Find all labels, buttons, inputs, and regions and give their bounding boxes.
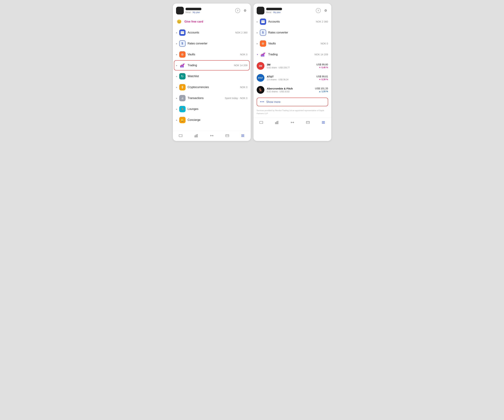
settings-icon[interactable]: ⚙ bbox=[323, 8, 328, 13]
stock-item-abercrombie[interactable]: 🦌 Abercrombie & Fitch 6,02 shares · US$ … bbox=[253, 84, 331, 96]
menu-item-give-free-card[interactable]: 😊 Give free card bbox=[173, 16, 251, 27]
att-icon: AT&T bbox=[257, 74, 264, 82]
concierge-label: Concierge bbox=[188, 118, 247, 122]
plan-info: Metal · My plan bbox=[186, 11, 234, 13]
nav-card[interactable] bbox=[300, 120, 316, 125]
svg-rect-16 bbox=[261, 21, 265, 22]
crypto-icon: ₿ bbox=[179, 84, 186, 90]
plan-info: Metal · My plan bbox=[266, 11, 314, 13]
card-icon bbox=[306, 120, 310, 125]
menu-item-trading[interactable]: ▶ Trading NOK 14 209 bbox=[173, 60, 251, 71]
svg-rect-7 bbox=[195, 136, 195, 137]
header-info: Metal · My plan bbox=[266, 8, 314, 13]
svg-rect-1 bbox=[181, 32, 184, 32]
chevron-icon: ▶ bbox=[176, 32, 178, 33]
chevron-icon: ▶ bbox=[176, 119, 178, 121]
header-info: Metal · My plan bbox=[186, 8, 234, 13]
trading-value: NOK 14 209 bbox=[234, 64, 247, 67]
trading-label: Trading bbox=[268, 53, 315, 56]
transactions-value: Spent today · NOK 0 bbox=[225, 97, 247, 100]
3m-values: US$ 99,60 ▼ 0,40 % bbox=[316, 63, 328, 69]
show-more-label: Show more bbox=[266, 100, 280, 103]
nav-transfer[interactable] bbox=[284, 120, 300, 125]
rates-label: Rates converter bbox=[268, 31, 328, 34]
my-plan-link[interactable]: My plan bbox=[273, 11, 281, 13]
3m-info: 3M 0,62 share · US$ 159,77 bbox=[267, 63, 317, 69]
menu-item-lounges[interactable]: ▶ 🪑 Lounges bbox=[173, 103, 251, 115]
menu-item-cryptocurrencies[interactable]: ▶ ₿ Cryptocurrencies NOK 0 bbox=[173, 82, 251, 93]
vaults-label: Vaults bbox=[268, 42, 321, 45]
show-more-button[interactable]: ••• Show more bbox=[257, 97, 328, 106]
right-bottom-nav bbox=[253, 118, 331, 128]
help-icon[interactable]: ? bbox=[316, 8, 321, 13]
accounts-label: Accounts bbox=[268, 20, 316, 23]
concierge-icon: 🔔 bbox=[179, 117, 186, 123]
chart-icon bbox=[194, 134, 198, 138]
right-menu-item-accounts[interactable]: ▶ Accounts NOK 2 360 bbox=[253, 16, 331, 27]
3m-icon: 3M bbox=[257, 62, 264, 70]
menu-item-watchlist[interactable]: ▶ ↻ Watchlist bbox=[173, 71, 251, 82]
menu-item-rates-converter[interactable]: ▶ $ Rates converter bbox=[173, 38, 251, 49]
nav-analytics[interactable] bbox=[269, 120, 284, 125]
vaults-label: Vaults bbox=[188, 53, 240, 56]
abercrombie-values: US$ 101,33 ▲ 1,33 % bbox=[315, 87, 328, 93]
chevron-icon: ▶ bbox=[176, 43, 178, 44]
watchlist-label: Watchlist bbox=[188, 75, 247, 78]
accounts-label: Accounts bbox=[188, 31, 235, 34]
vaults-value: NOK 0 bbox=[240, 53, 247, 56]
settings-icon[interactable]: ⚙ bbox=[243, 8, 247, 13]
crypto-label: Cryptocurrencies bbox=[188, 86, 240, 89]
my-plan-link[interactable]: My plan bbox=[192, 11, 200, 13]
vaults-icon: ⊛ bbox=[179, 51, 186, 58]
svg-rect-15 bbox=[261, 20, 265, 23]
abercrombie-change: ▲ 1,33 % bbox=[315, 90, 328, 93]
3m-name: 3M bbox=[267, 63, 317, 66]
help-icon[interactable]: ? bbox=[235, 8, 240, 13]
transfer-icon bbox=[290, 120, 294, 125]
nav-card[interactable] bbox=[220, 133, 235, 139]
svg-rect-6 bbox=[179, 135, 182, 137]
svg-rect-23 bbox=[276, 122, 277, 124]
wallet-icon bbox=[179, 134, 183, 138]
show-more-dots: ••• bbox=[260, 100, 264, 104]
nav-menu[interactable] bbox=[316, 120, 331, 125]
stock-item-3m[interactable]: 3M 3M 0,62 share · US$ 159,77 US$ 99,60 … bbox=[253, 60, 331, 72]
att-change: ▼ 0,39 % bbox=[316, 78, 328, 81]
right-menu-item-vaults[interactable]: ▶ ⊛ Vaults NOK 0 bbox=[253, 38, 331, 49]
left-menu-list: 😊 Give free card ▶ Accounts NOK 2 360 ▶ … bbox=[173, 16, 251, 131]
give-free-card-label: Give free card bbox=[185, 20, 247, 23]
accounts-value: NOK 2 360 bbox=[316, 20, 328, 23]
chevron-icon: ▶ bbox=[176, 65, 178, 66]
accounts-icon bbox=[179, 30, 186, 36]
lounges-label: Lounges bbox=[188, 108, 247, 111]
trading-icon bbox=[179, 62, 186, 68]
left-bottom-nav bbox=[173, 131, 251, 141]
menu-item-accounts[interactable]: ▶ Accounts NOK 2 360 bbox=[173, 27, 251, 38]
chart-icon bbox=[275, 120, 279, 125]
stock-item-att[interactable]: AT&T AT&T 2,6 shares · US$ 38,24 US$ 99,… bbox=[253, 72, 331, 84]
svg-rect-25 bbox=[306, 121, 309, 124]
give-card-icon: 😊 bbox=[176, 18, 182, 25]
nav-transfer[interactable] bbox=[204, 133, 219, 139]
nav-menu[interactable] bbox=[235, 133, 251, 139]
nav-analytics[interactable] bbox=[188, 133, 204, 139]
header-actions: ? ⚙ bbox=[316, 8, 328, 13]
svg-point-20 bbox=[264, 53, 265, 54]
rates-icon: $ bbox=[260, 30, 266, 36]
accounts-icon bbox=[260, 18, 266, 25]
avatar bbox=[176, 7, 184, 14]
right-panel: Metal · My plan ? ⚙ ▶ Accounts NOK 2 360… bbox=[253, 4, 331, 141]
menu-item-vaults[interactable]: ▶ ⊛ Vaults NOK 0 bbox=[173, 49, 251, 60]
att-info: AT&T 2,6 shares · US$ 38,24 bbox=[267, 75, 317, 81]
nav-wallet[interactable] bbox=[253, 120, 269, 125]
left-panel: Metal · My plan ? ⚙ 😊 Give free card ▶ bbox=[173, 4, 251, 141]
abercrombie-info: Abercrombie & Fitch 6,02 shares · US$ 16… bbox=[267, 87, 315, 93]
right-menu-item-rates[interactable]: ▶ $ Rates converter bbox=[253, 27, 331, 38]
watchlist-icon: ↻ bbox=[179, 73, 186, 79]
menu-item-concierge[interactable]: ▶ 🔔 Concierge bbox=[173, 115, 251, 125]
nav-wallet[interactable] bbox=[173, 133, 188, 139]
header-actions: ? ⚙ bbox=[235, 8, 247, 13]
rates-icon: $ bbox=[179, 40, 186, 47]
menu-item-transactions[interactable]: ▶ 🖨 Transactions Spent today · NOK 0 bbox=[173, 93, 251, 103]
right-menu-item-trading[interactable]: ▼ Trading NOK 14 209 bbox=[253, 49, 331, 60]
